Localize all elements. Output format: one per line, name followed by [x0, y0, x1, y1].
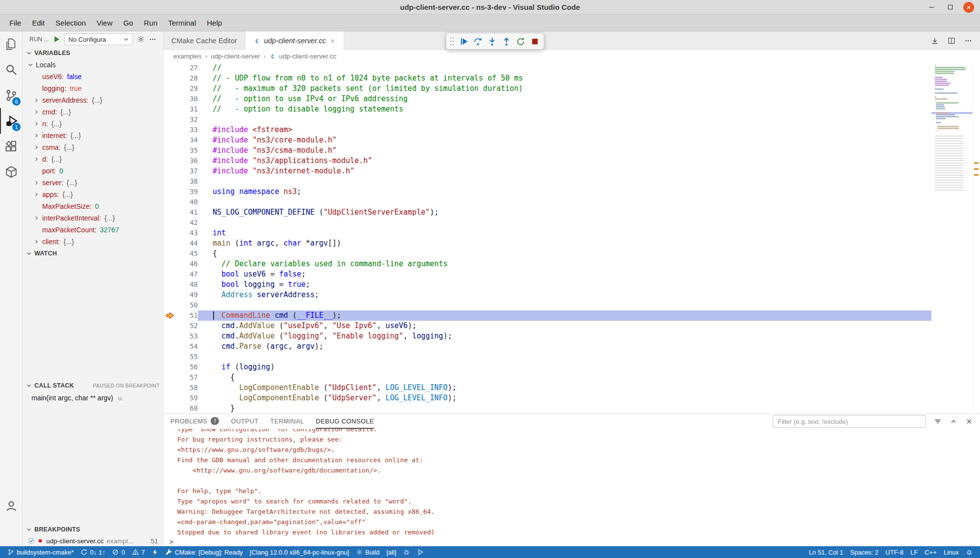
- menu-run[interactable]: Run: [138, 16, 163, 29]
- breadcrumb-item[interactable]: examples: [173, 53, 202, 60]
- breakpoint-margin[interactable]: [163, 166, 176, 176]
- variable-maxPacketCount[interactable]: maxPacketCount:32767: [23, 224, 163, 236]
- variable-d[interactable]: d:{...}: [23, 153, 163, 165]
- minimap[interactable]: [931, 62, 973, 414]
- code-line-49[interactable]: 49 Address serverAddress;: [163, 290, 931, 300]
- drag-handle[interactable]: [448, 34, 456, 48]
- code-line-39[interactable]: 39using namespace ns3;: [163, 187, 931, 197]
- call-stack-frame[interactable]: main(int argc, char ** argv) u.: [23, 391, 163, 404]
- cpp-configuration[interactable]: Linux: [940, 546, 962, 558]
- variable-internet[interactable]: internet:{...}: [23, 130, 163, 141]
- menu-selection[interactable]: Selection: [50, 16, 91, 29]
- breakpoints-section-header[interactable]: BREAKPOINTS: [23, 524, 163, 535]
- code-line-57[interactable]: 57 {: [163, 372, 931, 383]
- gear-icon[interactable]: [137, 35, 145, 43]
- variable-client[interactable]: client:{...}: [23, 236, 163, 248]
- variable-MaxPacketSize[interactable]: MaxPacketSize:0: [23, 200, 163, 212]
- code-line-29[interactable]: 29// - maximum of 320 packets sent (or l…: [163, 84, 931, 94]
- code-line-51[interactable]: 51 CommandLine cmd (__FILE__);: [163, 310, 931, 321]
- menu-edit[interactable]: Edit: [27, 16, 50, 29]
- breakpoint-margin[interactable]: [163, 269, 176, 279]
- variable-useV6[interactable]: useV6:false: [23, 71, 163, 83]
- cursor-position[interactable]: Ln 51, Col 1: [805, 546, 846, 558]
- call-stack-section-header[interactable]: CALL STACK PAUSED ON BREAKPOINT: [23, 380, 163, 391]
- menu-terminal[interactable]: Terminal: [163, 16, 202, 29]
- overview-ruler[interactable]: [973, 62, 980, 414]
- code-line-43[interactable]: 43int: [163, 228, 931, 238]
- panel-tab-terminal[interactable]: TERMINAL: [270, 414, 304, 429]
- breakpoint-margin[interactable]: [163, 403, 176, 414]
- breakpoint-margin[interactable]: [163, 125, 176, 135]
- step-into-button[interactable]: [485, 34, 499, 48]
- restart-button[interactable]: [514, 34, 527, 48]
- variable-csma[interactable]: csma:{...}: [23, 141, 163, 153]
- stop-button[interactable]: [528, 34, 542, 48]
- cmake-kit[interactable]: [Clang 12.0.0 x86_64-pc-linux-gnu]: [246, 546, 353, 558]
- breakpoint-margin[interactable]: [163, 73, 176, 84]
- download-icon[interactable]: [931, 37, 939, 45]
- breakpoint-margin[interactable]: [163, 218, 176, 228]
- cmake-launch[interactable]: [413, 546, 427, 558]
- code-line-45[interactable]: 45{: [163, 249, 931, 259]
- breadcrumb-item[interactable]: udp-client-server: [211, 53, 260, 60]
- breakpoint-margin[interactable]: [163, 145, 176, 156]
- menu-view[interactable]: View: [91, 16, 118, 29]
- activity-cmake[interactable]: [0, 159, 23, 185]
- debug-config-dropdown[interactable]: No Configura: [64, 33, 133, 45]
- breakpoint-margin[interactable]: [163, 135, 176, 145]
- activity-search[interactable]: [0, 57, 23, 83]
- code-line-48[interactable]: 48 bool logging = true;: [163, 279, 931, 290]
- cmake-quick[interactable]: [148, 546, 162, 558]
- checkbox-checked-icon[interactable]: [28, 538, 34, 544]
- breakpoint-margin[interactable]: [163, 300, 176, 310]
- panel-tab-debug-console[interactable]: DEBUG CONSOLE: [316, 414, 374, 429]
- variable-interPacketInterval[interactable]: interPacketInterval:{...}: [23, 212, 163, 224]
- language-mode[interactable]: C++: [921, 546, 940, 558]
- encoding[interactable]: UTF-8: [882, 546, 907, 558]
- maximize-button[interactable]: [945, 2, 955, 13]
- code-line-47[interactable]: 47 bool useV6 = false;: [163, 269, 931, 279]
- code-line-40[interactable]: 40: [163, 197, 931, 207]
- minimize-button[interactable]: [926, 2, 937, 13]
- code-line-55[interactable]: 55: [163, 352, 931, 362]
- indentation[interactable]: Spaces: 2: [847, 546, 882, 558]
- code-line-42[interactable]: 42: [163, 218, 931, 228]
- close-button[interactable]: [963, 2, 974, 13]
- breakpoint-margin[interactable]: [163, 228, 176, 238]
- code-line-41[interactable]: 41NS_LOG_COMPONENT_DEFINE ("UdpClientSer…: [163, 207, 931, 218]
- activity-explorer[interactable]: [0, 31, 23, 57]
- code-line-27[interactable]: 27//: [163, 63, 931, 73]
- breakpoint-margin[interactable]: [163, 362, 176, 372]
- code-editor[interactable]: 27//28// - UDP flow from n0 to n1 of 102…: [163, 62, 931, 414]
- git-branch[interactable]: buildsystem-cmake*: [4, 546, 77, 558]
- code-line-32[interactable]: 32: [163, 114, 931, 125]
- code-line-58[interactable]: 58 LogComponentEnable ("UdpClient", LOG_…: [163, 383, 931, 393]
- cmake-status[interactable]: CMake: [Debug]: Ready: [162, 546, 246, 558]
- breakpoint-item[interactable]: udp-client-server.cc exampl... 51: [23, 535, 163, 546]
- menu-file[interactable]: File: [4, 16, 27, 29]
- step-out-button[interactable]: [499, 34, 513, 48]
- variable-n[interactable]: n:{...}: [23, 118, 163, 130]
- step-over-button[interactable]: [471, 34, 485, 48]
- code-line-54[interactable]: 54 cmd.Parse (argc, argv);: [163, 341, 931, 352]
- errors[interactable]: 0: [109, 546, 128, 558]
- start-debugging-icon[interactable]: [53, 35, 60, 43]
- breakpoint-margin[interactable]: [163, 383, 176, 393]
- warnings[interactable]: 7: [129, 546, 148, 558]
- variable-server[interactable]: server:{...}: [23, 177, 163, 189]
- breakpoint-margin[interactable]: [163, 321, 176, 331]
- breakpoint-margin[interactable]: [163, 331, 176, 341]
- code-line-37[interactable]: 37#include "ns3/internet-module.h": [163, 166, 931, 176]
- activity-extensions[interactable]: [0, 134, 23, 159]
- breakpoint-margin[interactable]: [163, 341, 176, 352]
- breakpoint-margin[interactable]: [163, 372, 176, 383]
- breakpoint-margin[interactable]: [163, 84, 176, 94]
- panel-tab-problems[interactable]: PROBLEMS7: [170, 414, 219, 429]
- editor-tab[interactable]: Cudp-client-server.cc: [245, 31, 344, 50]
- breakpoint-margin[interactable]: [163, 290, 176, 300]
- variable-apps[interactable]: apps:{...}: [23, 189, 163, 200]
- breakpoint-margin[interactable]: [163, 104, 176, 114]
- panel-tab-output[interactable]: OUTPUT: [231, 414, 258, 429]
- code-line-31[interactable]: 31// - option to disable logging stateme…: [163, 104, 931, 114]
- code-line-50[interactable]: 50: [163, 300, 931, 310]
